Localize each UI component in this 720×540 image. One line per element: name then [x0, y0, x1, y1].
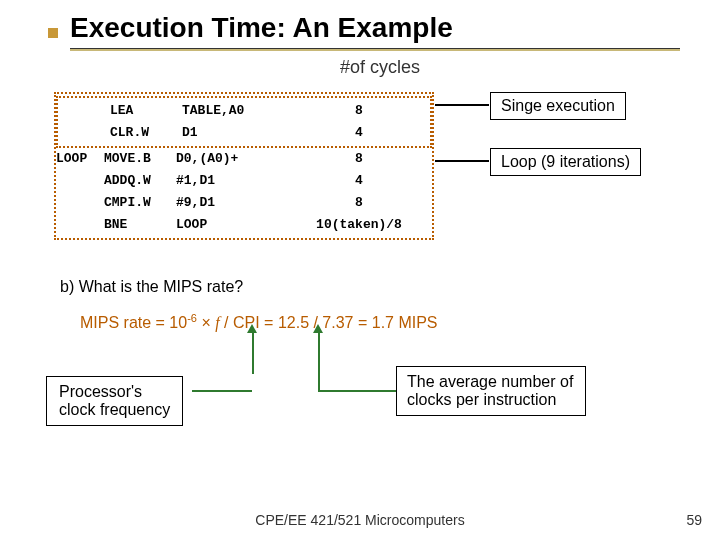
- connector-line: [435, 104, 489, 106]
- box-left-line2: clock frequency: [59, 401, 170, 419]
- arrow-horiz: [192, 390, 252, 392]
- question-text: b) What is the MIPS rate?: [60, 278, 243, 296]
- callout-loop: Loop (9 iterations): [490, 148, 641, 176]
- op-col: MOVE.B: [104, 148, 176, 170]
- code-listing: LEA TABLE,A0 8 CLR.W D1 4 LOOP MOVE.B D0…: [54, 94, 434, 240]
- args-col: TABLE,A0: [182, 100, 292, 122]
- op-col: ADDQ.W: [104, 170, 176, 192]
- code-row: LOOP MOVE.B D0,(A0)+ 8: [56, 148, 432, 170]
- eq-mid2: / CPI = 12.5 / 7.37 =: [220, 314, 372, 331]
- callout-single: Singe execution: [490, 92, 626, 120]
- eq-lhs: MIPS rate = 10: [80, 314, 187, 331]
- code-row: BNE LOOP 10(taken)/8: [56, 214, 432, 236]
- cycles-label: #of cycles: [0, 57, 720, 78]
- arrow-head-icon: [313, 324, 323, 333]
- op-col: CMPI.W: [104, 192, 176, 214]
- label-col: [62, 122, 110, 144]
- arrow-line: [318, 330, 320, 390]
- args-col: #9,D1: [176, 192, 286, 214]
- page-title: Execution Time: An Example: [0, 0, 720, 48]
- op-col: CLR.W: [110, 122, 182, 144]
- label-col: LOOP: [56, 148, 104, 170]
- box-left-line1: Processor's: [59, 383, 170, 401]
- title-underline: [70, 48, 680, 51]
- arrow-line: [252, 330, 254, 374]
- code-row: ADDQ.W #1,D1 4: [56, 170, 432, 192]
- cycles-col: 10(taken)/8: [286, 214, 432, 236]
- label-col: [56, 170, 104, 192]
- args-col: LOOP: [176, 214, 286, 236]
- cycles-col: 8: [292, 100, 426, 122]
- footer-text: CPE/EE 421/521 Microcomputers: [0, 512, 720, 528]
- eq-ans: 1.7 MIPS: [372, 314, 438, 331]
- cycles-col: 8: [286, 192, 432, 214]
- cycles-col: 4: [292, 122, 426, 144]
- args-col: D0,(A0)+: [176, 148, 286, 170]
- code-row: LEA TABLE,A0 8: [62, 100, 426, 122]
- args-col: D1: [182, 122, 292, 144]
- arrow-head-icon: [247, 324, 257, 333]
- mips-equation: MIPS rate = 10-6 × f / CPI = 12.5 / 7.37…: [80, 312, 438, 332]
- op-col: BNE: [104, 214, 176, 236]
- code-row: CLR.W D1 4: [62, 122, 426, 144]
- args-col: #1,D1: [176, 170, 286, 192]
- loop-outer-box: LEA TABLE,A0 8 CLR.W D1 4 LOOP MOVE.B D0…: [54, 92, 434, 240]
- box-clock-frequency: Processor's clock frequency: [46, 376, 183, 426]
- bullet-decor: [48, 28, 58, 38]
- label-col: [56, 214, 104, 236]
- label-col: [62, 100, 110, 122]
- eq-mid1: ×: [197, 314, 215, 331]
- box-avg-clocks: The average number of clocks per instruc…: [396, 366, 586, 416]
- single-exec-box: LEA TABLE,A0 8 CLR.W D1 4: [56, 96, 432, 148]
- cycles-col: 8: [286, 148, 432, 170]
- arrow-horiz: [318, 390, 396, 392]
- page-number: 59: [686, 512, 702, 528]
- label-col: [56, 192, 104, 214]
- code-row: CMPI.W #9,D1 8: [56, 192, 432, 214]
- connector-line: [435, 160, 489, 162]
- op-col: LEA: [110, 100, 182, 122]
- eq-exp: -6: [187, 312, 197, 324]
- cycles-col: 4: [286, 170, 432, 192]
